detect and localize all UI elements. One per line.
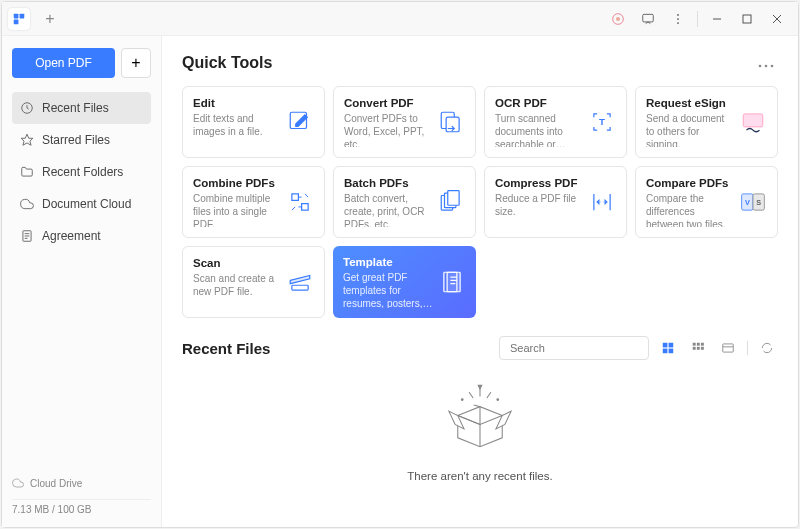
svg-point-7 [677, 18, 679, 20]
sidebar-item-recent-folders[interactable]: Recent Folders [12, 156, 151, 188]
svg-rect-26 [743, 114, 763, 127]
feedback-icon[interactable] [633, 4, 663, 34]
tool-batch-pdfs[interactable]: Batch PDFsBatch convert, create, print, … [333, 166, 476, 238]
sidebar-item-label: Starred Files [42, 133, 110, 147]
empty-box-icon [435, 380, 525, 460]
svg-point-56 [461, 399, 463, 401]
edit-icon [286, 108, 314, 136]
star-icon [20, 133, 34, 147]
ocr-icon: T [588, 108, 616, 136]
tool-desc: Get great PDF templates for resumes, pos… [343, 271, 434, 308]
tool-ocr-pdf[interactable]: OCR PDFTurn scanned documents into searc… [484, 86, 627, 158]
minimize-button[interactable] [702, 4, 732, 34]
tool-desc: Edit texts and images in a file. [193, 112, 282, 138]
kebab-menu-icon[interactable] [663, 4, 693, 34]
folder-icon [20, 165, 34, 179]
tool-edit[interactable]: EditEdit texts and images in a file. [182, 86, 325, 158]
sidebar-item-label: Document Cloud [42, 197, 131, 211]
template-icon [438, 268, 466, 296]
tool-desc: Scan and create a new PDF file. [193, 272, 282, 298]
svg-text:S: S [756, 198, 761, 207]
view-list-button[interactable] [717, 337, 739, 359]
svg-rect-38 [447, 272, 460, 292]
tool-desc: Turn scanned documents into searchable o… [495, 112, 584, 147]
svg-point-19 [759, 65, 762, 68]
cloud-icon [20, 197, 34, 211]
sidebar-item-document-cloud[interactable]: Document Cloud [12, 188, 151, 220]
storage-text: 7.13 MB / 100 GB [12, 499, 151, 515]
refresh-button[interactable] [756, 337, 778, 359]
tool-combine-pdfs[interactable]: Combine PDFsCombine multiple files into … [182, 166, 325, 238]
tool-scan[interactable]: ScanScan and create a new PDF file. [182, 246, 325, 318]
svg-rect-28 [302, 204, 309, 211]
quick-tools-more-icon[interactable] [754, 50, 778, 76]
sidebar-item-agreement[interactable]: Agreement [12, 220, 151, 252]
doc-icon [20, 229, 34, 243]
tool-compress-pdf[interactable]: Compress PDFReduce a PDF file size. [484, 166, 627, 238]
new-tab-button[interactable]: + [38, 7, 62, 31]
tool-desc: Batch convert, create, print, OCR PDFs, … [344, 192, 433, 227]
svg-rect-44 [663, 343, 668, 348]
svg-point-4 [616, 17, 620, 21]
svg-text:V: V [745, 198, 750, 207]
svg-point-20 [765, 65, 768, 68]
sidebar-item-starred-files[interactable]: Starred Files [12, 124, 151, 156]
ai-assistant-icon[interactable] [603, 4, 633, 34]
cloud-drive-label: Cloud Drive [30, 478, 82, 489]
compress-icon [588, 188, 616, 216]
tool-title: Template [343, 256, 434, 268]
quick-tools-title: Quick Tools [182, 54, 272, 72]
svg-rect-53 [701, 347, 704, 350]
tool-desc: Send a document to others for signing. [646, 112, 735, 147]
tool-title: Combine PDFs [193, 177, 282, 189]
empty-text: There aren't any recent files. [407, 470, 552, 482]
new-file-button[interactable]: + [121, 48, 151, 78]
tool-convert-pdf[interactable]: Convert PDFConvert PDFs to Word, Excel, … [333, 86, 476, 158]
tool-template[interactable]: TemplateGet great PDF templates for resu… [333, 246, 476, 318]
svg-point-6 [677, 14, 679, 16]
svg-rect-47 [669, 349, 674, 354]
svg-rect-48 [693, 343, 696, 346]
cloud-icon [12, 477, 24, 489]
maximize-button[interactable] [732, 4, 762, 34]
close-button[interactable] [762, 4, 792, 34]
svg-rect-0 [14, 13, 19, 18]
tool-compare-pdfs[interactable]: Compare PDFsCompare the differences betw… [635, 166, 778, 238]
sidebar-item-label: Agreement [42, 229, 101, 243]
svg-point-8 [677, 22, 679, 24]
tool-title: Edit [193, 97, 282, 109]
batch-icon [437, 188, 465, 216]
clock-icon [20, 101, 34, 115]
svg-rect-52 [697, 347, 700, 350]
svg-point-57 [497, 399, 499, 401]
recent-files-title: Recent Files [182, 340, 270, 357]
tool-title: Batch PDFs [344, 177, 433, 189]
svg-rect-54 [723, 344, 734, 352]
cloud-drive-link[interactable]: Cloud Drive [12, 471, 151, 495]
svg-rect-31 [448, 191, 459, 206]
view-small-grid-button[interactable] [687, 337, 709, 359]
sidebar-item-label: Recent Files [42, 101, 109, 115]
search-box[interactable] [499, 336, 649, 360]
tool-desc: Compare the differences between two file… [646, 192, 735, 227]
tool-desc: Reduce a PDF file size. [495, 192, 584, 218]
svg-rect-36 [292, 285, 308, 290]
search-input[interactable] [510, 342, 648, 354]
tool-request-esign[interactable]: Request eSignSend a document to others f… [635, 86, 778, 158]
esign-icon [739, 108, 767, 136]
tool-title: Convert PDF [344, 97, 433, 109]
svg-rect-50 [701, 343, 704, 346]
tool-desc: Combine multiple files into a single PDF… [193, 192, 282, 227]
sidebar-item-recent-files[interactable]: Recent Files [12, 92, 151, 124]
tool-title: Compress PDF [495, 177, 584, 189]
svg-rect-1 [20, 13, 25, 18]
tool-desc: Convert PDFs to Word, Excel, PPT, etc. [344, 112, 433, 147]
app-logo [8, 8, 30, 30]
view-large-grid-button[interactable] [657, 337, 679, 359]
svg-text:T: T [599, 116, 605, 127]
svg-rect-2 [14, 19, 19, 24]
convert-icon [437, 108, 465, 136]
open-pdf-button[interactable]: Open PDF [12, 48, 115, 78]
compare-icon: VS [739, 188, 767, 216]
sidebar-item-label: Recent Folders [42, 165, 123, 179]
